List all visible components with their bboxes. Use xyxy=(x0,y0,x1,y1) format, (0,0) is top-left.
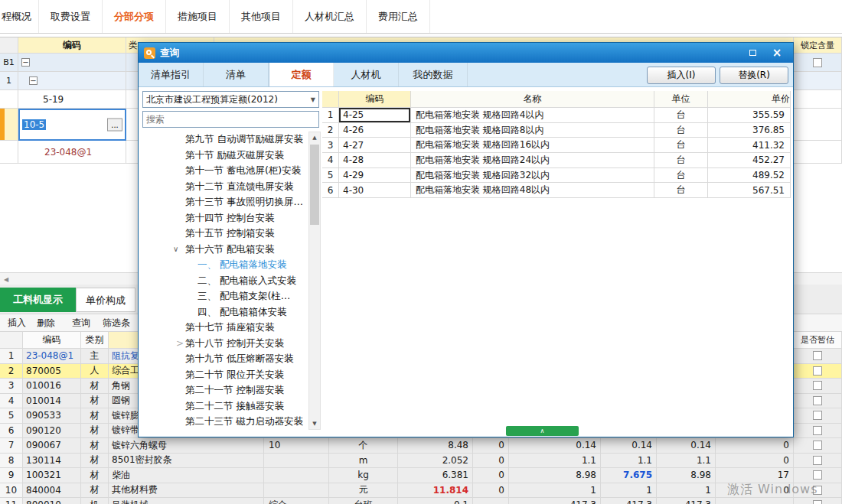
value-cell[interactable]: 8.98 xyxy=(509,468,601,483)
code-column-header[interactable]: 编码 xyxy=(339,91,411,108)
qty-cell[interactable]: 11.814 xyxy=(398,483,473,499)
collapse-icon[interactable]: − xyxy=(21,58,30,67)
code-column-header[interactable]: 编码 xyxy=(23,332,81,349)
category-cell[interactable]: 人 xyxy=(81,364,109,379)
name-cell[interactable]: 配电箱落地安装 规格回路48以内 xyxy=(411,183,654,198)
table-row[interactable]: 9 100321 材 柴油 kg 6.381 0 8.98 7.675 8.98… xyxy=(0,468,842,483)
category-column-header[interactable]: 类别 xyxy=(81,332,109,349)
name-cell[interactable]: 配电箱落地安装 规格回路24以内 xyxy=(411,153,654,168)
tree-item[interactable]: 第十二节 直流馈电屏安装 xyxy=(142,179,308,195)
category-cell[interactable]: 主 xyxy=(81,349,109,364)
tree-item[interactable]: 第二十二节 接触器安装 xyxy=(142,398,308,415)
estimate-checkbox[interactable] xyxy=(813,426,822,435)
estimate-checkbox[interactable] xyxy=(813,500,822,504)
row-number[interactable]: 6 xyxy=(0,424,23,439)
delete-button[interactable]: 删除 xyxy=(37,314,55,331)
replace-button[interactable]: 替换(R) xyxy=(720,67,788,84)
value-cell[interactable]: 8.98 xyxy=(657,468,716,483)
value-cell[interactable]: 0 xyxy=(473,468,509,483)
name-cell[interactable]: 镀锌六角螺母 xyxy=(109,438,264,454)
tree-item[interactable]: 第十一节 蓄电池屏(柜)安装 xyxy=(142,163,308,179)
tree-item[interactable]: 二、 配电箱嵌入式安装 xyxy=(142,273,308,289)
value-cell[interactable]: 417.3 xyxy=(601,498,657,504)
spec-cell[interactable]: 10 xyxy=(264,438,329,454)
category-cell[interactable]: 材 xyxy=(81,454,109,469)
row-number[interactable] xyxy=(0,141,18,164)
value-cell[interactable]: 7.675 xyxy=(601,468,657,483)
code-cell[interactable]: 800010 xyxy=(23,498,81,504)
code-cell[interactable]: 010014 xyxy=(23,394,81,409)
quota-library-dropdown[interactable]: 北京市建设工程预算定额(2012) ▼ xyxy=(142,91,319,108)
qty-cell[interactable]: 8.48 xyxy=(398,438,473,454)
chevron-down-icon[interactable]: ∨ xyxy=(173,242,178,258)
table-row[interactable]: 7 090067 材 镀锌六角螺母 10 个 8.48 0 0.14 0.14 … xyxy=(0,438,842,454)
unit-cell[interactable]: 台班 xyxy=(329,498,398,504)
tab-subdivision-items[interactable]: 分部分项 xyxy=(103,0,166,33)
search-input[interactable] xyxy=(142,111,319,128)
value-cell[interactable]: 0.14 xyxy=(509,438,601,454)
code-cell[interactable]: 870005 xyxy=(23,364,81,379)
code-cell[interactable]: 130114 xyxy=(23,454,81,469)
tree-item[interactable]: 第十节 励磁灭磁屏安装 xyxy=(142,148,308,164)
tree-item[interactable]: 第二十节 限位开关安装 xyxy=(142,367,308,383)
category-cell[interactable]: 机 xyxy=(81,498,109,504)
name-cell[interactable]: 其他材料费 xyxy=(109,483,264,499)
tree-item-selected[interactable]: 一、 配电箱落地安装 xyxy=(142,257,308,273)
unit-cell[interactable]: 台 xyxy=(654,153,708,168)
value-cell[interactable]: 0 xyxy=(716,438,794,454)
tree-item[interactable]: 第十五节 控制箱安装 xyxy=(142,226,308,242)
value-cell[interactable]: 1.1 xyxy=(601,454,657,469)
row-number[interactable]: 10 xyxy=(0,483,23,499)
category-cell[interactable]: 材 xyxy=(81,394,109,409)
row-number[interactable]: 1 xyxy=(0,72,18,90)
tab-list-guide[interactable]: 清单指引 xyxy=(139,63,204,86)
price-cell[interactable]: 411.32 xyxy=(708,138,791,153)
estimate-column-header[interactable]: 是否暂估 xyxy=(794,332,842,349)
code-cell[interactable]: 090067 xyxy=(23,438,81,454)
code-cell[interactable]: − xyxy=(18,72,126,90)
tab-other-items[interactable]: 其他项目 xyxy=(230,0,293,33)
tab-unit-price-composition[interactable]: 单价构成 xyxy=(76,288,135,312)
price-cell[interactable]: 567.51 xyxy=(708,183,791,198)
unit-cell[interactable]: m xyxy=(329,454,398,469)
estimate-checkbox[interactable] xyxy=(813,456,822,465)
value-cell[interactable]: 1 xyxy=(601,483,657,499)
spec-cell[interactable] xyxy=(264,468,329,483)
name-cell[interactable]: 柴油 xyxy=(109,468,264,483)
price-cell[interactable]: 355.59 xyxy=(708,108,791,123)
unit-cell[interactable]: 元 xyxy=(329,483,398,499)
quota-row[interactable]: 5 4-29 配电箱落地安装 规格回路32以内 台 489.52 xyxy=(322,168,791,184)
tab-fee-settings[interactable]: 取费设置 xyxy=(39,0,103,33)
tree-item[interactable]: 第十四节 控制台安装 xyxy=(142,210,308,226)
code-editor-cell[interactable]: 10-5 ... xyxy=(18,109,126,141)
category-cell[interactable]: 材 xyxy=(81,424,109,439)
row-number[interactable] xyxy=(0,109,18,141)
insert-button[interactable]: 插入 xyxy=(8,314,26,331)
row-number[interactable] xyxy=(0,90,18,109)
estimate-checkbox[interactable] xyxy=(813,381,822,390)
price-cell[interactable]: 489.52 xyxy=(708,168,791,184)
row-number[interactable]: 8 xyxy=(0,454,23,469)
name-column-header[interactable]: 名称 xyxy=(411,91,654,108)
qty-cell[interactable]: 6.381 xyxy=(398,468,473,483)
tree-item[interactable]: 第二十三节 磁力启动器安装 xyxy=(142,414,308,430)
code-cell[interactable]: 010016 xyxy=(23,379,81,394)
tree-item[interactable]: 三、 配电箱支架(柱… xyxy=(142,288,308,304)
code-cell[interactable]: 4-25 xyxy=(339,108,411,123)
category-cell[interactable]: 材 xyxy=(81,483,109,499)
collapse-icon[interactable]: − xyxy=(29,76,38,85)
spec-cell[interactable] xyxy=(264,454,329,469)
value-cell[interactable] xyxy=(716,498,794,504)
value-cell[interactable]: 0.14 xyxy=(601,438,657,454)
qty-cell[interactable]: 2.052 xyxy=(398,454,473,469)
tree-item[interactable]: 第十七节 插座箱安装 xyxy=(142,320,308,336)
tab-measure-items[interactable]: 措施项目 xyxy=(166,0,230,33)
unit-cell[interactable]: 台 xyxy=(654,138,708,153)
name-cell[interactable]: 配电箱落地安装 规格回路16以内 xyxy=(411,138,654,153)
collapse-handle[interactable]: ∧ xyxy=(506,426,579,436)
unit-cell[interactable]: 台 xyxy=(654,183,708,198)
row-number[interactable]: 7 xyxy=(0,438,23,454)
lock-checkbox[interactable] xyxy=(813,58,822,67)
qty-cell[interactable]: 0.1 xyxy=(398,498,473,504)
value-cell[interactable]: 0 xyxy=(473,454,509,469)
